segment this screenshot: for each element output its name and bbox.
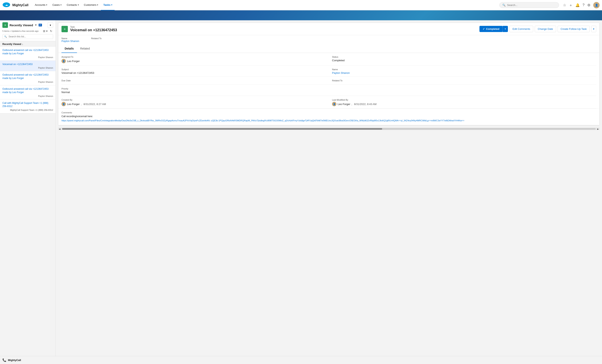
list-item[interactable]: Outbound answered call via +12136472453 … xyxy=(0,71,55,85)
detail-grid: Assigned To 👤 Leo Forger ✏ Status Comple… xyxy=(58,53,599,108)
comments-link[interactable]: https://panel.mightycall.com/Panel/Files… xyxy=(62,119,596,122)
completed-dropdown-button[interactable]: ▾ xyxy=(503,26,508,32)
sidebar-meta: 5 items • Updated a few seconds ago ⊞ ▾ … xyxy=(2,29,53,33)
assigned-to-value[interactable]: Leo Forger xyxy=(67,60,80,63)
status-field: Status Completed ✏ xyxy=(329,53,596,65)
assigned-to-avatar: 👤 xyxy=(62,59,66,63)
search-icon: 🔍 xyxy=(502,4,505,7)
chevron-down-icon: ▾ xyxy=(111,4,112,6)
status-value: Completed xyxy=(332,59,593,62)
bottom-bar: 📞 MightyCall xyxy=(0,356,602,364)
created-by-date: , xyxy=(81,103,82,106)
sidebar-dropdown-button[interactable]: ▾ xyxy=(48,22,53,28)
assigned-to-field: Assigned To 👤 Leo Forger ✏ xyxy=(62,53,329,65)
task-header: ≡ Task Voicemail on +12136472453 ✓ Compl… xyxy=(58,23,599,35)
completed-button[interactable]: ✓ Completed xyxy=(479,26,503,32)
settings-icon[interactable]: ⚙ xyxy=(587,3,591,7)
phone-icon: 📞 xyxy=(2,358,6,362)
task-name-row: Name Payton Shanon Related To xyxy=(58,35,599,44)
task-title: Voicemail on +12136472453 xyxy=(70,28,117,32)
salesforce-logo[interactable]: ☁ xyxy=(2,1,12,9)
banner xyxy=(0,10,602,20)
search-icon: 🔍 xyxy=(4,35,7,38)
last-modified-name[interactable]: Leo Forger xyxy=(338,103,350,106)
task-type-icon: ≡ xyxy=(62,26,68,32)
chevron-down-icon: ▾ xyxy=(78,4,79,6)
tab-related[interactable]: Related xyxy=(77,44,93,53)
main-layout: ≡ Recently Viewed ▼ F ▾ 5 items • Update… xyxy=(0,20,602,364)
nav-right-icons: ☆ ＋ 🔔 ? ⚙ 👤 xyxy=(563,2,600,8)
create-followup-button[interactable]: Create Follow-Up Task xyxy=(558,26,590,32)
sidebar: ≡ Recently Viewed ▼ F ▾ 5 items • Update… xyxy=(0,20,56,364)
chevron-down-icon: ▼ xyxy=(35,24,37,26)
sidebar-search-input[interactable] xyxy=(9,35,51,38)
list-item[interactable]: Outbound answered call via +12136472453 … xyxy=(0,47,55,61)
subject-field: Subject Voicemail on +12136472453 ✏ xyxy=(62,65,329,76)
bell-icon[interactable]: 🔔 xyxy=(575,3,580,7)
chevron-down-icon: ▾ xyxy=(97,4,98,6)
search-bar[interactable]: 🔍 xyxy=(499,2,559,8)
created-by-date-value: 8/31/2022, 8:27 AM xyxy=(84,103,106,106)
nav-item-customers[interactable]: Customers ▾ xyxy=(82,0,101,10)
edit-comments-button[interactable]: Edit Comments xyxy=(509,26,533,32)
tab-details[interactable]: Details xyxy=(62,44,77,53)
sidebar-title-left: ≡ Recently Viewed ▼ F xyxy=(2,22,42,28)
last-modified-avatar: 👤 xyxy=(332,102,336,106)
created-by-avatar: 👤 xyxy=(62,102,66,106)
subject-value: Voicemail on +12136472453 xyxy=(62,71,326,75)
sidebar-refresh-button[interactable]: ↻ xyxy=(49,29,53,33)
due-date-field: Due Date ✏ xyxy=(62,76,329,85)
horizontal-scrollbar[interactable]: ◀ ▶ xyxy=(58,128,600,130)
chevron-down-icon: ▾ xyxy=(61,4,62,6)
created-by-name[interactable]: Leo Forger xyxy=(67,103,80,106)
more-actions-button[interactable]: ▾ xyxy=(591,26,596,32)
checkmark-icon: ✓ xyxy=(483,27,485,31)
nav-item-accounts[interactable]: Accounts ▾ xyxy=(32,0,50,10)
sidebar-actions: ⊞ ▾ ↻ xyxy=(42,29,53,33)
scroll-right-button[interactable]: ▶ xyxy=(596,128,600,130)
sidebar-list-header: Recently Viewed ↓ xyxy=(0,41,55,47)
sidebar-pin: F xyxy=(39,24,42,26)
detail-tabs: Details Related xyxy=(58,44,599,53)
nav-item-cases[interactable]: Cases ▾ xyxy=(50,0,64,10)
change-date-button[interactable]: Change Date xyxy=(535,26,556,32)
created-by-field: Created By 👤 Leo Forger , 8/31/2022, 8:2… xyxy=(62,96,329,108)
nav-item-contacts[interactable]: Contacts ▾ xyxy=(64,0,81,10)
sidebar-title-row: ≡ Recently Viewed ▼ F ▾ xyxy=(2,22,53,28)
avatar[interactable]: 👤 xyxy=(593,2,600,8)
task-related-to-field: Related To xyxy=(91,37,101,43)
help-icon[interactable]: ? xyxy=(582,3,584,7)
task-label-title: Task Voicemail on +12136472453 xyxy=(70,26,117,32)
scroll-left-button[interactable]: ◀ xyxy=(58,128,61,130)
list-item[interactable]: Outbound answered call via +12136472453 … xyxy=(0,85,55,99)
name-field: Name Payton Shanon ✏ xyxy=(329,65,596,76)
nav-item-tasks[interactable]: Tasks ▾ xyxy=(101,0,115,10)
search-input[interactable] xyxy=(507,4,556,7)
list-item[interactable]: Call with MightyCall Support Team +1 (88… xyxy=(0,99,55,114)
task-card: ≡ Task Voicemail on +12136472453 ✓ Compl… xyxy=(58,23,600,125)
add-icon[interactable]: ＋ xyxy=(569,3,572,8)
sidebar-title: Recently Viewed xyxy=(10,23,33,27)
task-actions: ✓ Completed ▾ Edit Comments Change Date … xyxy=(479,26,596,32)
star-icon[interactable]: ☆ xyxy=(563,3,566,7)
priority-value: Normal xyxy=(62,91,326,94)
task-name-value[interactable]: Payton Shanon xyxy=(62,40,79,43)
svg-text:☁: ☁ xyxy=(5,3,8,6)
content-area: ≡ Task Voicemail on +12136472453 ✓ Compl… xyxy=(56,20,602,364)
sidebar-list: Outbound answered call via +12136472453 … xyxy=(0,47,55,364)
sidebar-search[interactable]: 🔍 xyxy=(2,34,53,39)
last-modified-date-value: 8/31/2022, 8:43 AM xyxy=(354,103,376,106)
top-navigation: ☁ MightyCall Accounts ▾ Cases ▾ Contacts… xyxy=(0,0,602,10)
name-value[interactable]: Payton Shanon xyxy=(332,71,593,75)
app-name: MightyCall xyxy=(12,3,28,7)
task-name-field: Name Payton Shanon xyxy=(62,37,79,43)
sidebar-header: ≡ Recently Viewed ▼ F ▾ 5 items • Update… xyxy=(0,20,55,41)
related-to-field: Related To ✏ xyxy=(329,76,596,85)
list-item[interactable]: Voicemail on +12136472453 Payton Shanon xyxy=(0,61,55,71)
priority-field: Priority Normal ✏ xyxy=(62,85,329,96)
last-modified-comma: , xyxy=(352,103,353,106)
task-label: Task xyxy=(70,26,117,28)
sidebar-view-toggle-button[interactable]: ⊞ ▾ xyxy=(42,29,48,33)
comments-section: Comments Call recording/voicemail here: … xyxy=(58,108,599,125)
sidebar-list-icon: ≡ xyxy=(2,22,8,28)
